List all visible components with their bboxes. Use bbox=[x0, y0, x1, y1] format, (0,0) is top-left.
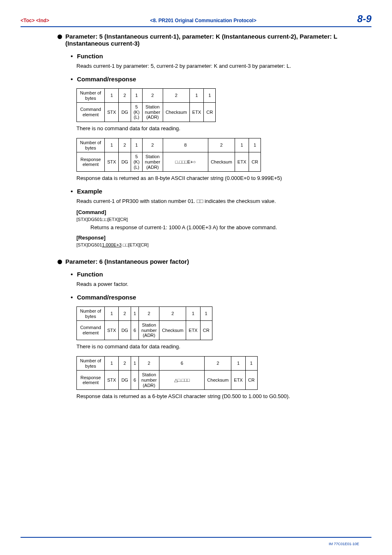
param-5-heading: Parameter: 5 (Instantaneous current-1), … bbox=[58, 33, 363, 47]
nbytes-label: Number of bytes bbox=[77, 306, 105, 320]
table-row: Command element STX DG 6 Stationnumber(A… bbox=[77, 321, 212, 340]
bullet-sub-icon: • bbox=[71, 53, 73, 60]
example-response-code: [STX]DG5011.000E+3 □□[ETX][CR] bbox=[76, 242, 363, 247]
param-5-title: Parameter: 5 (Instantaneous current-1), … bbox=[65, 33, 363, 47]
command-response-heading: • Command/response bbox=[62, 76, 363, 83]
code-post: □□[ETX][CR] bbox=[122, 242, 149, 247]
table-row: Number of bytes 1 2 1 2 2 1 1 bbox=[77, 88, 216, 102]
table-row: Response element STX DG 6 Stationnumber(… bbox=[77, 371, 258, 390]
resp-elem-label: Response element bbox=[77, 371, 105, 390]
resp-elem-label: Response element bbox=[77, 152, 105, 172]
example-response-head: [Response] bbox=[76, 235, 363, 241]
command-response-heading-2: • Command/response bbox=[62, 294, 363, 301]
cmd-elem-label: Command element bbox=[77, 103, 105, 122]
command-response-label: Command/response bbox=[77, 76, 136, 83]
page-header: <Toc> <Ind> <8. PR201 Original Communica… bbox=[21, 13, 371, 27]
command-table-2: Number of bytes 1 2 1 2 2 1 1 Command el… bbox=[76, 306, 212, 340]
bullet-icon bbox=[58, 260, 62, 264]
function-label: Function bbox=[77, 271, 103, 278]
function-label: Function bbox=[77, 53, 103, 60]
header-left-nav[interactable]: <Toc> <Ind> bbox=[21, 18, 49, 23]
bullet-sub-icon: • bbox=[71, 76, 73, 83]
function-text: Reads current-1 by parameter: 5, current… bbox=[76, 63, 363, 70]
code-underline: 1.000E+3 bbox=[102, 242, 121, 247]
example-heading: • Example bbox=[62, 188, 363, 195]
table-row: Number of bytes 1 2 1 2 2 1 1 bbox=[77, 306, 212, 320]
example-return-text: Returns a response of current-1: 1000 A … bbox=[90, 224, 363, 230]
example-text: Reads current-1 of PR300 with station nu… bbox=[76, 198, 363, 205]
table-row: Response element STX DG 5(K)(L) Stationn… bbox=[77, 152, 261, 172]
bullet-icon bbox=[58, 35, 62, 39]
code-pre: [STX]DG501 bbox=[76, 242, 102, 247]
cmd-note-2: There is no command data for data readin… bbox=[76, 343, 363, 350]
bullet-sub-icon: • bbox=[71, 271, 73, 278]
table-row: Number of bytes 1 2 1 2 6 2 1 1 bbox=[77, 356, 258, 370]
nbytes-label: Number of bytes bbox=[77, 138, 105, 152]
table-row: Command element STX DG 5(K)(L) Stationnu… bbox=[77, 103, 216, 122]
footer-doc-number: IM 77C01E01-10E bbox=[329, 542, 359, 546]
function-heading: • Function bbox=[62, 53, 363, 60]
bullet-sub-icon: • bbox=[71, 188, 73, 195]
cmd-note: There is no command data for data readin… bbox=[76, 125, 363, 132]
resp-note-2: Response data is returned as a 6-byte AS… bbox=[76, 393, 363, 400]
resp-note: Response data is returned as an 8-byte A… bbox=[76, 175, 363, 182]
command-response-label: Command/response bbox=[77, 294, 136, 301]
example-label: Example bbox=[77, 188, 102, 195]
example-command-head: [Command] bbox=[76, 209, 363, 215]
bullet-sub-icon: • bbox=[71, 294, 73, 301]
param-6-title: Parameter: 6 (Instantaneous power factor… bbox=[65, 258, 189, 265]
command-table-1: Number of bytes 1 2 1 2 2 1 1 Command el… bbox=[76, 88, 216, 122]
function-text-2: Reads a power factor. bbox=[76, 281, 363, 288]
response-table-2: Number of bytes 1 2 1 2 6 2 1 1 Response… bbox=[76, 356, 258, 390]
nbytes-label: Number of bytes bbox=[77, 88, 105, 102]
response-table-1: Number of bytes 1 2 1 2 8 2 1 1 Response… bbox=[76, 138, 261, 172]
page-footer-rule bbox=[21, 537, 371, 538]
header-page-num: 8-9 bbox=[357, 13, 371, 25]
header-chapter: <8. PR201 Original Communication Protoco… bbox=[150, 18, 256, 23]
function-heading-2: • Function bbox=[62, 271, 363, 278]
cmd-elem-label: Command element bbox=[77, 321, 105, 340]
nbytes-label: Number of bytes bbox=[77, 356, 105, 370]
param-6-heading: Parameter: 6 (Instantaneous power factor… bbox=[58, 258, 363, 265]
table-row: Number of bytes 1 2 1 2 8 2 1 1 bbox=[77, 138, 261, 152]
example-command-code: [STX]DG501□□[ETX][CR] bbox=[76, 217, 363, 222]
